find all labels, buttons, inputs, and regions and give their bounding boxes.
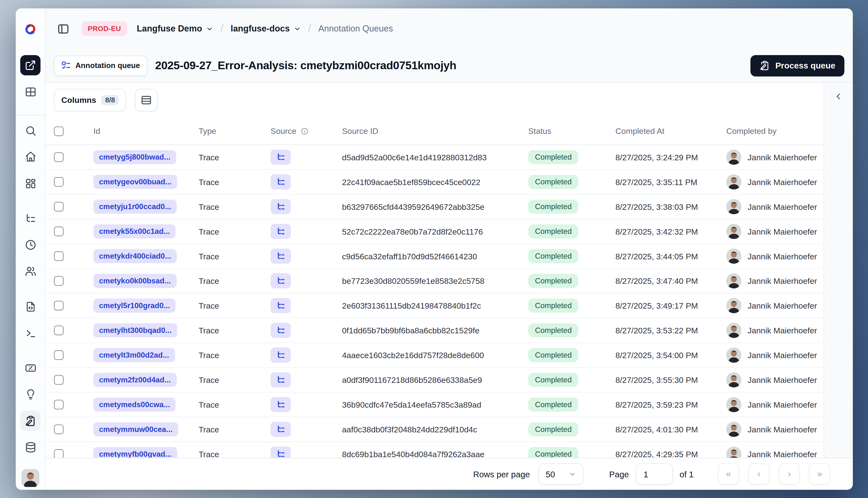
row-checkbox[interactable] xyxy=(54,424,64,434)
environment-badge[interactable]: PROD-EU xyxy=(81,22,127,36)
trace-source-badge[interactable] xyxy=(271,323,291,338)
row-completed-by-cell: Jannik Maierhoefer xyxy=(726,348,824,363)
item-id-badge[interactable]: cmetymeds00cwa... xyxy=(93,397,176,411)
trace-source-badge[interactable] xyxy=(271,422,291,437)
table-row[interactable]: cmetyl5r100grad0... Trace 2e603f31361115… xyxy=(46,293,824,318)
header-source-id[interactable]: Source ID xyxy=(342,127,528,135)
table-row[interactable]: cmetyg5j800bwad... Trace d5ad9d52a00c6e1… xyxy=(46,145,824,170)
row-checkbox[interactable] xyxy=(54,400,64,409)
header-completed-by[interactable]: Completed by xyxy=(726,127,824,135)
status-badge: Completed xyxy=(528,224,579,238)
item-id-badge[interactable]: cmetymyfb00gvad... xyxy=(93,447,177,458)
next-page-button[interactable]: › xyxy=(779,463,800,485)
header-source[interactable]: Source xyxy=(271,127,342,135)
trace-source-badge[interactable] xyxy=(271,224,291,239)
item-id-badge[interactable]: cmetylht300bqad0... xyxy=(93,323,177,337)
chevron-down-icon[interactable] xyxy=(206,25,213,32)
trace-source-badge[interactable] xyxy=(271,447,291,458)
rows-per-page-select[interactable]: 50 xyxy=(539,463,583,485)
table-row[interactable]: cmetyko0k00bsad... Trace be7723e30d80205… xyxy=(46,269,824,293)
row-checkbox[interactable] xyxy=(54,351,64,360)
sidebar-item-playground[interactable] xyxy=(20,323,40,343)
row-checkbox[interactable] xyxy=(54,375,64,385)
item-id-badge[interactable]: cmetylt3m00d2ad... xyxy=(93,348,174,362)
row-id-cell: cmetymyfb00gvad... xyxy=(93,447,198,458)
trace-source-badge[interactable] xyxy=(271,174,291,189)
item-id-badge[interactable]: cmetymmuw00cea... xyxy=(93,422,178,436)
sidebar-item-dashboards[interactable] xyxy=(20,173,40,194)
last-page-button[interactable]: » xyxy=(809,463,830,485)
collapse-panel-button[interactable] xyxy=(834,92,843,101)
sidebar-item-home[interactable] xyxy=(20,146,40,166)
row-checkbox[interactable] xyxy=(54,251,64,261)
table-row[interactable]: cmetymeds00cwa... Trace 36b90cdfc47e5da1… xyxy=(46,393,824,417)
item-id-badge[interactable]: cmetyk55x00c1ad... xyxy=(93,224,176,238)
trace-source-badge[interactable] xyxy=(271,298,291,313)
breadcrumb-project[interactable]: langfuse-docs xyxy=(231,24,290,34)
table-row[interactable]: cmetykdr400ciad0... Trace c9d56ca32efaff… xyxy=(46,244,824,269)
row-source-cell xyxy=(271,298,342,313)
page-number-input[interactable]: 1 xyxy=(636,463,673,485)
sidebar-item-annotation-queues[interactable] xyxy=(20,410,40,431)
completed-by-avatar xyxy=(726,323,741,338)
row-checkbox[interactable] xyxy=(54,449,64,458)
header-status[interactable]: Status xyxy=(528,127,616,135)
user-avatar[interactable] xyxy=(22,469,39,487)
item-id-badge[interactable]: cmetyju1r00ccad0... xyxy=(93,200,177,214)
table-row[interactable]: cmetylt3m00d2ad... Trace 4aaece1603cb2e1… xyxy=(46,343,824,368)
select-all-checkbox[interactable] xyxy=(54,126,64,136)
completed-by-avatar xyxy=(726,372,741,388)
row-completed-at: 8/27/2025, 3:24:29 PM xyxy=(616,153,726,161)
sidebar-item-prompts[interactable] xyxy=(20,296,40,316)
row-checkbox[interactable] xyxy=(54,276,64,286)
sidebar-item-tables[interactable] xyxy=(20,81,40,102)
previous-page-button[interactable]: ‹ xyxy=(748,463,770,485)
sidebar-item-tracing[interactable] xyxy=(20,208,40,228)
table-row[interactable]: cmetygeov00buad... Trace 22c41f09acae5b1… xyxy=(46,170,824,195)
table-row[interactable]: cmetylht300bqad0... Trace 0f1dd65b7bb9bf… xyxy=(46,318,824,343)
status-badge: Completed xyxy=(528,348,579,362)
row-checkbox[interactable] xyxy=(54,301,64,311)
row-checkbox[interactable] xyxy=(54,227,64,236)
item-id-badge[interactable]: cmetym2fz00d4ad... xyxy=(93,373,176,387)
table-row[interactable]: cmetymyfb00gvad... Trace 8dc69b1ba1e540b… xyxy=(46,442,824,458)
header-id[interactable]: Id xyxy=(93,127,198,135)
header-type[interactable]: Type xyxy=(198,127,271,135)
columns-button[interactable]: Columns 8/8 xyxy=(54,89,126,112)
sidebar-item-users[interactable] xyxy=(20,261,40,281)
first-page-button[interactable]: « xyxy=(718,463,739,485)
row-checkbox[interactable] xyxy=(54,177,64,187)
process-queue-button[interactable]: Process queue xyxy=(751,55,844,76)
trace-source-badge[interactable] xyxy=(271,372,291,388)
trace-source-badge[interactable] xyxy=(271,149,291,165)
sidebar-item-search[interactable] xyxy=(20,120,40,141)
table-row[interactable]: cmetyk55x00c1ad... Trace 52c72c2222ea78e… xyxy=(46,219,824,244)
sidebar-item-datasets[interactable] xyxy=(20,437,40,457)
row-checkbox[interactable] xyxy=(54,202,64,211)
table-row[interactable]: cmetyju1r00ccad0... Trace b63297665cfd44… xyxy=(46,195,824,220)
table-row[interactable]: cmetymmuw00cea... Trace aaf0c38db0f3f204… xyxy=(46,417,824,442)
sidebar-item-evaluation[interactable] xyxy=(20,358,40,378)
row-height-button[interactable] xyxy=(135,89,158,112)
trace-source-badge[interactable] xyxy=(271,273,291,288)
trace-source-badge[interactable] xyxy=(271,397,291,412)
sidebar-item-insights[interactable] xyxy=(20,384,40,404)
table-row[interactable]: cmetym2fz00d4ad... Trace a0df3f901167218… xyxy=(46,368,824,393)
sidebar-item-sessions[interactable] xyxy=(20,235,40,255)
item-id-badge[interactable]: cmetyg5j800bwad... xyxy=(93,150,176,164)
header-completed-at[interactable]: Completed At xyxy=(616,127,726,135)
breadcrumb-org[interactable]: Langfuse Demo xyxy=(137,24,202,34)
row-checkbox[interactable] xyxy=(54,326,64,335)
process-queue-button-label: Process queue xyxy=(775,61,835,70)
sidebar-item-go-to-project[interactable] xyxy=(20,55,40,75)
row-checkbox[interactable] xyxy=(54,153,64,162)
sidebar-toggle-button[interactable] xyxy=(57,22,70,35)
item-id-badge[interactable]: cmetyl5r100grad0... xyxy=(93,299,176,313)
trace-source-badge[interactable] xyxy=(271,199,291,214)
item-id-badge[interactable]: cmetykdr400ciad0... xyxy=(93,249,177,263)
trace-source-badge[interactable] xyxy=(271,348,291,363)
item-id-badge[interactable]: cmetygeov00buad... xyxy=(93,175,177,189)
chevron-down-icon[interactable] xyxy=(294,25,301,32)
trace-source-badge[interactable] xyxy=(271,249,291,264)
item-id-badge[interactable]: cmetyko0k00bsad... xyxy=(93,274,176,288)
